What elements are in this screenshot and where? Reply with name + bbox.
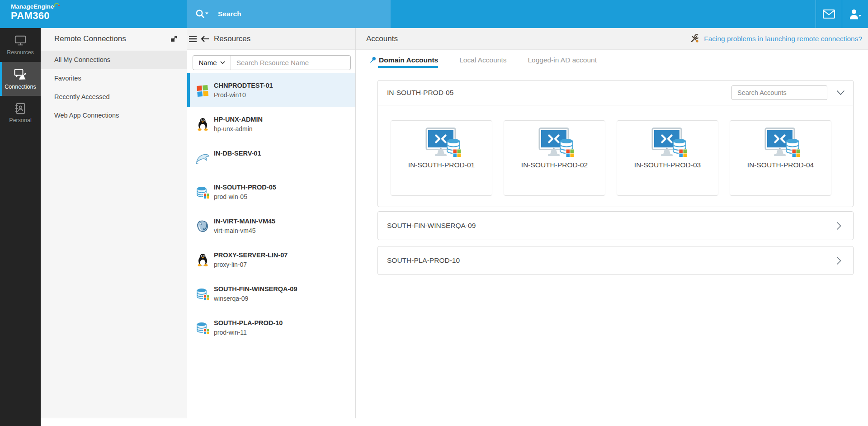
user-menu-button[interactable] xyxy=(842,0,868,28)
mail-icon xyxy=(823,9,835,19)
resources-panel: Resources Name CHNPRODTEST-01 Prod-win10… xyxy=(187,28,356,418)
resource-filter-bar: Name xyxy=(193,55,351,70)
connections-icon xyxy=(14,68,27,81)
notifications-button[interactable] xyxy=(816,0,842,28)
product-name: PAM360 xyxy=(11,10,60,22)
global-search-input[interactable] xyxy=(218,10,354,18)
menu-icon[interactable] xyxy=(189,36,197,42)
account-card[interactable]: IN-SOUTH-PROD-03 xyxy=(617,120,718,196)
global-search-bar[interactable] xyxy=(187,0,391,28)
pin-icon xyxy=(370,57,376,63)
resources-title: Resources xyxy=(214,34,250,43)
brand-logo[interactable]: ManageEngine PAM360 xyxy=(11,3,60,22)
tab-domain-accounts[interactable]: Domain Accounts xyxy=(370,50,438,70)
collapsed-groups: SOUTH-FIN-WINSERQA-09 SOUTH-PLA-PROD-10 xyxy=(377,211,854,275)
tools-icon xyxy=(690,34,699,43)
resource-search-input[interactable] xyxy=(231,56,350,70)
filter-by-dropdown[interactable]: Name xyxy=(193,56,231,70)
account-group-collapsed[interactable]: SOUTH-FIN-WINSERQA-09 xyxy=(377,211,854,240)
accounts-panel: Accounts Facing problems in launching re… xyxy=(356,28,868,418)
postgres-icon xyxy=(196,220,209,232)
rdp-windows-icon xyxy=(534,128,576,158)
account-cards: IN-SOUTH-PROD-01 IN-SOUTH-PROD-02 IN-SOU… xyxy=(391,120,831,196)
rdp-windows-icon xyxy=(760,128,802,158)
resource-item[interactable]: CHNPRODTEST-01 Prod-win10 xyxy=(187,73,355,107)
collapse-arrow-icon[interactable] xyxy=(200,35,209,43)
resource-item[interactable]: IN-VIRT-MAIN-VM45 virt-main-vm45 xyxy=(187,209,355,243)
account-group-collapsed[interactable]: SOUTH-PLA-PROD-10 xyxy=(377,246,854,275)
rdp-windows-icon xyxy=(421,128,462,158)
top-header: ManageEngine PAM360 xyxy=(0,0,868,28)
account-group-header[interactable]: IN-SOUTH-PROD-05 xyxy=(378,80,853,105)
resource-item[interactable]: SOUTH-PLA-PROD-10 prod-win-11 xyxy=(187,311,355,345)
monitor-icon xyxy=(14,34,27,47)
remote-connections-panel: Remote Connections All My Connections Fa… xyxy=(41,28,187,418)
accounts-title: Accounts xyxy=(366,34,398,43)
account-group-expanded: IN-SOUTH-PROD-05 IN-SOUTH-PROD-01 IN-SOU… xyxy=(377,80,854,207)
account-search-input[interactable] xyxy=(731,85,827,100)
remote-connections-title: Remote Connections xyxy=(54,34,126,43)
sidebar-item-resources[interactable]: Resources xyxy=(0,28,41,62)
connection-filter-web-app-connections[interactable]: Web App Connections xyxy=(41,106,187,125)
resource-item[interactable]: HP-UNX-ADMIN hp-unx-admin xyxy=(187,107,355,141)
rdp-windows-icon xyxy=(647,128,689,158)
search-icon[interactable] xyxy=(195,9,209,19)
chevron-right-icon xyxy=(836,256,841,265)
account-card[interactable]: IN-SOUTH-PROD-02 xyxy=(504,120,605,196)
resource-item[interactable]: PROXY-SERVER-LIN-07 proxy-lin-07 xyxy=(187,243,355,277)
chevron-up-icon[interactable] xyxy=(836,90,845,95)
tux-icon xyxy=(196,253,209,266)
resource-item[interactable]: SOUTH-FIN-WINSERQA-09 winserqa-09 xyxy=(187,277,355,311)
connection-filter-favorites[interactable]: Favorites xyxy=(41,69,187,88)
brand-swirl-icon xyxy=(54,3,60,9)
connection-filter-all-my-connections[interactable]: All My Connections xyxy=(41,51,187,69)
connection-filter-recently-accessed[interactable]: Recently Accessed xyxy=(41,88,187,106)
main-nav-sidebar: Resources Connections Personal xyxy=(0,28,41,426)
sidebar-item-personal[interactable]: Personal xyxy=(0,96,41,130)
db-windows-icon xyxy=(196,321,209,335)
chevron-right-icon xyxy=(836,222,841,230)
resource-list: CHNPRODTEST-01 Prod-win10 HP-UNX-ADMIN h… xyxy=(187,73,355,345)
user-icon xyxy=(849,9,862,19)
tab-local-accounts[interactable]: Local Accounts xyxy=(459,50,506,70)
account-card[interactable]: IN-SOUTH-PROD-01 xyxy=(391,120,492,196)
personal-icon xyxy=(14,102,27,115)
popout-icon[interactable] xyxy=(170,35,178,43)
help-link[interactable]: Facing problems in launching remote conn… xyxy=(690,34,862,43)
mysql-icon xyxy=(196,152,209,164)
tab-logged-in-ad-account[interactable]: Logged-in AD account xyxy=(528,50,597,70)
account-card[interactable]: IN-SOUTH-PROD-04 xyxy=(730,120,831,196)
tux-icon xyxy=(196,118,209,131)
sidebar-item-connections[interactable]: Connections xyxy=(0,62,41,96)
db-windows-icon xyxy=(196,185,209,199)
windows-icon xyxy=(196,84,209,97)
chevron-down-icon xyxy=(220,61,225,64)
resource-item[interactable]: IN-DB-SERV-01 xyxy=(187,141,355,175)
accounts-tabs: Domain Accounts Local Accounts Logged-in… xyxy=(356,50,597,70)
resource-item[interactable]: IN-SOUTH-PROD-05 prod-win-05 xyxy=(187,175,355,209)
db-windows-icon xyxy=(196,287,209,301)
brand-name: ManageEngine xyxy=(11,3,54,10)
